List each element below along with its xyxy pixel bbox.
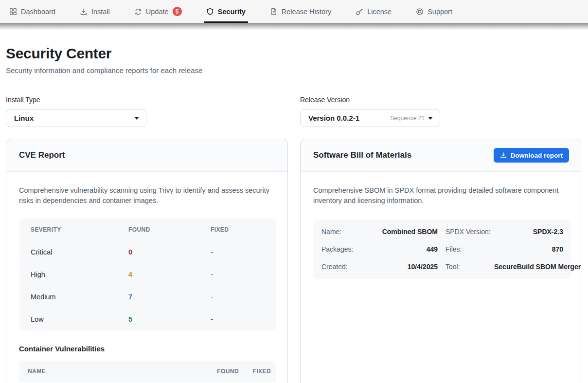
col-found: FOUND bbox=[128, 226, 211, 233]
security-center-page: Security Center Security information and… bbox=[0, 45, 588, 383]
release-version-label: Release Version bbox=[300, 96, 581, 104]
sbom-row-2: Packages: 449 Files: 870 bbox=[321, 240, 563, 258]
nav-item-release-history[interactable]: Release History bbox=[267, 0, 334, 23]
page-subtitle: Security information and compliance repo… bbox=[6, 66, 581, 74]
cve-card-title: CVE Report bbox=[19, 150, 65, 160]
shield-icon bbox=[206, 8, 214, 16]
nav-item-support[interactable]: Support bbox=[413, 0, 455, 23]
sbom-description: Comprehensive SBOM in SPDX format provid… bbox=[313, 185, 562, 206]
nav-item-security[interactable]: Security bbox=[204, 0, 248, 23]
nav-item-dashboard[interactable]: Dashboard bbox=[7, 0, 58, 23]
table-row-high: High 4 - bbox=[19, 263, 276, 286]
install-type-value: Linux bbox=[14, 114, 34, 122]
severity-table: SEVERITY FOUND FIXED Critical 0 - High 4… bbox=[19, 219, 276, 330]
release-sequence: Sequence 21 bbox=[390, 115, 425, 122]
cve-description: Comprehensive vulnerability scanning usi… bbox=[19, 185, 274, 206]
nav-label: Security bbox=[218, 8, 246, 16]
col-severity: SEVERITY bbox=[31, 226, 128, 233]
download-icon bbox=[80, 8, 88, 16]
document-icon bbox=[270, 8, 278, 16]
sbom-packages-label: Packages: bbox=[321, 245, 366, 253]
severity-table-header: SEVERITY FOUND FIXED bbox=[19, 219, 276, 241]
sbom-card-title: Software Bill of Materials bbox=[313, 150, 411, 160]
key-icon bbox=[356, 8, 363, 16]
sbom-details-panel: Name: Combined SBOM SPDX Version: SPDX-2… bbox=[313, 219, 571, 279]
update-count-badge: 5 bbox=[173, 7, 182, 16]
sbom-card: Software Bill of Materials Download repo… bbox=[300, 139, 581, 383]
medium-found-count: 7 bbox=[128, 293, 211, 301]
nav-label: Support bbox=[428, 8, 452, 16]
cve-report-card: CVE Report Comprehensive vulnerability s… bbox=[6, 139, 288, 383]
sbom-tool-value: SecureBuild SBOM Merger bbox=[494, 263, 581, 271]
release-version-select[interactable]: Version 0.0.2-1 Sequence 21 bbox=[300, 109, 440, 127]
critical-found-count: 0 bbox=[128, 248, 211, 256]
download-report-label: Download report bbox=[511, 152, 563, 159]
col-name: NAME bbox=[28, 368, 194, 375]
sbom-packages-value: 449 bbox=[366, 245, 438, 253]
refresh-icon bbox=[134, 8, 142, 16]
col-fixed: FIXED bbox=[239, 368, 271, 375]
lifebuoy-icon bbox=[416, 8, 424, 16]
chevron-down-icon bbox=[134, 117, 139, 120]
install-type-label: Install Type bbox=[6, 96, 288, 104]
install-type-select[interactable]: Linux bbox=[6, 109, 146, 127]
page-title: Security Center bbox=[6, 45, 581, 62]
nav-item-update[interactable]: Update 5 bbox=[132, 0, 184, 23]
table-row-critical: Critical 0 - bbox=[19, 241, 276, 263]
sbom-created-value: 10/4/2025 bbox=[366, 263, 438, 271]
nav-item-install[interactable]: Install bbox=[77, 0, 112, 23]
nav-label: Update bbox=[146, 8, 169, 16]
col-found: FOUND bbox=[194, 368, 239, 375]
container-vulnerabilities-table: NAME FOUND FIXED bbox=[19, 361, 276, 382]
low-found-count: 5 bbox=[128, 315, 211, 323]
table-row-medium: Medium 7 - bbox=[19, 286, 276, 308]
dashboard-grid-icon bbox=[9, 8, 17, 16]
sbom-card-header: Software Bill of Materials Download repo… bbox=[301, 139, 581, 172]
col-fixed: FIXED bbox=[211, 226, 276, 233]
sbom-name-label: Name: bbox=[321, 228, 366, 236]
chevron-down-icon bbox=[428, 117, 433, 120]
cve-card-header: CVE Report bbox=[6, 139, 287, 172]
sbom-spdx-version-label: SPDX Version: bbox=[445, 228, 494, 236]
container-vulnerabilities-title: Container Vulnerabilities bbox=[19, 345, 275, 353]
top-nav: Dashboard Install Update 5 Security Rele… bbox=[0, 0, 588, 23]
sbom-row-1: Name: Combined SBOM SPDX Version: SPDX-2… bbox=[321, 223, 563, 240]
sbom-files-label: Files: bbox=[445, 245, 494, 253]
download-report-button[interactable]: Download report bbox=[494, 148, 569, 163]
sbom-created-label: Created: bbox=[321, 263, 366, 271]
sbom-tool-label: Tool: bbox=[445, 263, 494, 271]
sbom-files-value: 870 bbox=[494, 245, 563, 253]
cards-row: CVE Report Comprehensive vulnerability s… bbox=[6, 139, 581, 383]
nav-item-license[interactable]: License bbox=[353, 0, 394, 23]
download-icon bbox=[500, 152, 507, 159]
nav-label: Install bbox=[91, 8, 110, 16]
nav-label: License bbox=[367, 8, 392, 16]
nav-label: Release History bbox=[282, 8, 331, 16]
high-found-count: 4 bbox=[128, 271, 211, 278]
container-table-header: NAME FOUND FIXED bbox=[19, 361, 276, 382]
nav-label: Dashboard bbox=[21, 8, 55, 16]
filter-row: Install Type Linux Release Version Versi… bbox=[6, 96, 581, 127]
sbom-name-value: Combined SBOM bbox=[366, 228, 438, 236]
sbom-row-3: Created: 10/4/2025 Tool: SecureBuild SBO… bbox=[321, 258, 563, 275]
header-shadow bbox=[0, 23, 588, 30]
table-row-low: Low 5 - bbox=[19, 308, 276, 330]
release-version-value: Version 0.0.2-1 bbox=[308, 114, 359, 122]
sbom-spdx-version-value: SPDX-2.3 bbox=[494, 228, 563, 236]
